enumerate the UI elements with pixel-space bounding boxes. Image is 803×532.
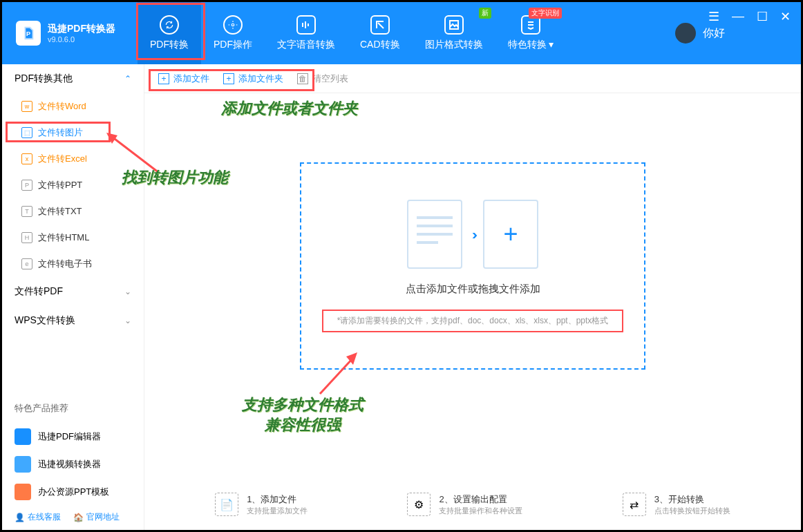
cad-icon	[370, 15, 390, 35]
sidebar-item-ebook[interactable]: e文件转电子书	[2, 251, 144, 277]
btn-label: 添加文件夹	[238, 73, 283, 85]
step-title: 2、设置输出配置	[439, 493, 522, 506]
minimize-icon[interactable]: —	[732, 9, 744, 24]
support-site[interactable]: 🏠官网地址	[73, 511, 120, 523]
svg-text:P: P	[26, 30, 30, 37]
convert-icon	[160, 15, 179, 35]
editor-icon	[15, 428, 31, 445]
tab-pdf-convert[interactable]: PDF转换	[138, 2, 201, 64]
add-file-button[interactable]: +添加文件	[158, 73, 209, 85]
gear-icon	[223, 15, 243, 35]
annotation-3: 支持多种文件格式兼容性很强	[242, 395, 363, 435]
section-title: 文件转PDF	[15, 285, 63, 298]
tab-label: PDF操作	[214, 39, 252, 51]
word-icon: w	[21, 101, 32, 112]
sidebar-item-html[interactable]: H文件转HTML	[2, 225, 144, 251]
trash-icon: 🗑	[297, 73, 308, 84]
annotation-2: 找到转图片功能	[122, 167, 228, 188]
section-title: WPS文件转换	[15, 314, 75, 327]
rec-ppt-tpl[interactable]: 办公资源PPT模板	[15, 478, 131, 506]
add-file-icon: 📄	[215, 493, 238, 516]
image-icon	[444, 15, 464, 35]
convert-icon: ⇄	[623, 493, 646, 516]
doc-icon	[407, 200, 462, 269]
window-controls: ☰ — ☐ ✕	[708, 9, 791, 24]
steps-guide: 📄1、添加文件支持批量添加文件 ⚙2、设置输出配置支持批量操作和各种设置 ⇄3、…	[144, 479, 801, 530]
app-version: v9.0.6.0	[48, 35, 115, 44]
sidebar-item-label: 文件转PPT	[38, 179, 82, 191]
rec-label: 迅捷视频转换器	[38, 458, 101, 471]
step-title: 3、开始转换	[654, 493, 730, 506]
support-label: 在线客服	[28, 511, 61, 523]
step-sub: 支持批量操作和各种设置	[439, 506, 522, 516]
add-folder-button[interactable]: +添加文件夹	[223, 73, 283, 85]
drop-illustration: ››› +	[407, 200, 538, 269]
tab-label: 图片格式转换	[425, 39, 483, 51]
chevron-down-icon: ⌄	[124, 316, 131, 325]
excel-icon: x	[21, 153, 32, 164]
support-label: 官网地址	[86, 511, 120, 523]
clear-list-button[interactable]: 🗑清空列表	[297, 73, 348, 85]
tab-label: 特色转换	[508, 39, 547, 50]
step-title: 1、添加文件	[247, 493, 308, 506]
support-chat[interactable]: 👤在线客服	[15, 511, 61, 523]
tab-label: CAD转换	[360, 39, 400, 51]
step-sub: 支持批量添加文件	[247, 506, 308, 516]
txt-icon: T	[21, 206, 32, 217]
close-icon[interactable]: ✕	[780, 9, 791, 24]
ppt-tpl-icon	[15, 484, 31, 500]
video-icon	[15, 456, 31, 473]
sidebar-item-txt[interactable]: T文件转TXT	[2, 198, 144, 225]
svg-rect-2	[302, 23, 303, 27]
audio-icon	[296, 15, 316, 35]
rec-label: 办公资源PPT模板	[38, 486, 109, 498]
sidebar-item-label: 文件转HTML	[38, 231, 89, 244]
tab-pdf-operate[interactable]: PDF操作	[201, 2, 265, 64]
main-panel: +添加文件 +添加文件夹 🗑清空列表 ››› + 点击添加文件或拖拽文件添加 *…	[144, 64, 801, 530]
user-area[interactable]: 你好	[675, 23, 725, 44]
sidebar-item-label: 文件转电子书	[38, 258, 92, 270]
app-logo-icon: P	[16, 21, 41, 46]
section-wps[interactable]: WPS文件转换 ⌄	[2, 306, 144, 335]
tab-special[interactable]: 文字识别 特色转换 ▾	[495, 2, 567, 64]
sidebar-item-label: 文件转TXT	[38, 205, 82, 218]
drop-title: 点击添加文件或拖拽文件添加	[406, 283, 540, 296]
tab-image-format[interactable]: 新 图片格式转换	[413, 2, 495, 64]
btn-label: 清空列表	[312, 73, 348, 85]
annotation-1: 添加文件或者文件夹	[221, 98, 358, 119]
svg-point-1	[232, 23, 234, 26]
rec-title: 特色产品推荐	[15, 402, 131, 415]
gear-icon: ⚙	[407, 493, 431, 516]
plus-icon: +	[158, 73, 169, 84]
sidebar-item-word[interactable]: w文件转Word	[2, 93, 144, 120]
section-title: PDF转换其他	[15, 73, 73, 85]
rec-video-conv[interactable]: 迅捷视频转换器	[15, 450, 131, 478]
plus-folder-icon: +	[223, 73, 234, 84]
tab-cad[interactable]: CAD转换	[348, 2, 413, 64]
drop-subtitle: *请添加需要转换的文件，支持pdf、doc、docx、xls、xlsx、ppt、…	[322, 310, 624, 332]
tab-label: PDF转换	[150, 39, 189, 51]
maximize-icon[interactable]: ☐	[757, 9, 768, 24]
drop-zone[interactable]: ››› + 点击添加文件或拖拽文件添加 *请添加需要转换的文件，支持pdf、do…	[300, 162, 645, 370]
home-icon: 🏠	[73, 513, 84, 522]
svg-rect-3	[305, 21, 306, 28]
avatar	[675, 23, 696, 44]
section-file-to-pdf[interactable]: 文件转PDF ⌄	[2, 277, 144, 306]
rec-pdf-editor[interactable]: 迅捷PDF编辑器	[15, 423, 131, 450]
chevron-up-icon: ⌃	[124, 74, 131, 84]
arrow-right-icon: ›››	[472, 227, 473, 243]
tab-label: 文字语音转换	[277, 39, 335, 51]
tab-text-audio[interactable]: 文字语音转换	[265, 2, 348, 64]
logo-area: P 迅捷PDF转换器 v9.0.6.0	[2, 21, 138, 46]
main-tabs: PDF转换 PDF操作 文字语音转换 CAD转换 新 图片格式转换 文字识别 特…	[138, 2, 566, 64]
menu-icon[interactable]: ☰	[708, 9, 719, 24]
greeting: 你好	[703, 26, 725, 41]
chevron-down-icon: ⌄	[124, 287, 131, 296]
section-pdf-to-other[interactable]: PDF转换其他 ⌃	[2, 64, 144, 93]
ppt-icon: P	[21, 180, 32, 191]
btn-label: 添加文件	[173, 73, 209, 85]
svg-line-8	[320, 358, 353, 394]
image-icon: ⬚	[21, 127, 32, 138]
ocr-badge: 文字识别	[529, 8, 562, 19]
html-icon: H	[21, 232, 32, 243]
